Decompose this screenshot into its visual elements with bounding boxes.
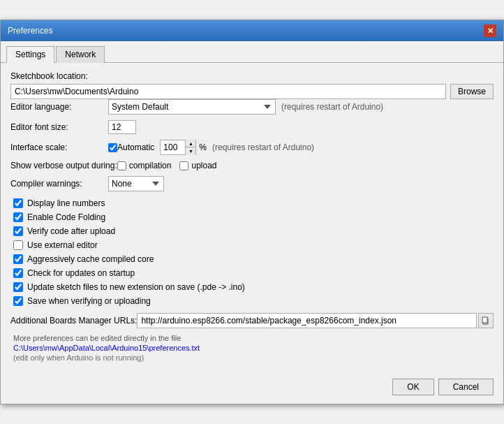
sketchbook-label: Sketchbook location:: [10, 71, 494, 81]
close-button[interactable]: ✕: [484, 24, 496, 37]
upload-label[interactable]: upload: [191, 161, 216, 170]
interface-scale-row: Interface scale: Automatic ▲ ▼ % (requir…: [10, 140, 494, 155]
tab-network[interactable]: Network: [56, 46, 105, 63]
enable-code-folding-checkbox[interactable]: [13, 212, 23, 222]
info-line-2: C:\Users\mw\AppData\Local\Arduino15\pref…: [10, 344, 494, 352]
external-editor-label[interactable]: Use external editor: [27, 240, 98, 250]
spinner-down-button[interactable]: ▼: [186, 147, 195, 155]
info-line-1: More preferences can be edited directly …: [10, 334, 494, 342]
editor-font-size-input[interactable]: [108, 120, 136, 134]
ok-button[interactable]: OK: [392, 379, 433, 395]
info-line-3: (edit only when Arduino is not running): [10, 353, 494, 362]
preferences-dialog: Preferences ✕ Settings Network Sketchboo…: [0, 20, 504, 404]
update-extension-label[interactable]: Update sketch files to new extension on …: [27, 282, 245, 292]
boards-manager-label: Additional Boards Manager URLs:: [10, 316, 137, 326]
compiler-warnings-row: Compiler warnings: None Default More All: [10, 176, 494, 191]
scale-spinner: ▲ ▼: [160, 140, 196, 155]
compiler-warnings-select[interactable]: None Default More All: [108, 176, 164, 191]
checkbox-external-editor: Use external editor: [10, 240, 494, 250]
editor-font-size-label: Editor font size:: [10, 122, 108, 132]
editor-font-size-row: Editor font size:: [10, 120, 494, 134]
checkbox-cache-core: Aggressively cache compiled core: [10, 254, 494, 264]
verbose-output-label: Show verbose output during:: [10, 161, 117, 170]
language-restart-note: (requires restart of Arduino): [281, 102, 383, 112]
compilation-checkbox[interactable]: [117, 161, 126, 170]
verbose-output-row: Show verbose output during: compilation …: [10, 161, 494, 170]
upload-checkbox[interactable]: [179, 161, 188, 170]
checkbox-update-extension: Update sketch files to new extension on …: [10, 282, 494, 292]
settings-content: Sketchbook location: Browse Editor langu…: [1, 63, 503, 372]
checkbox-check-updates: Check for updates on startup: [10, 268, 494, 278]
verify-code-checkbox[interactable]: [13, 226, 23, 236]
checkboxes-section: Display line numbers Enable Code Folding…: [10, 198, 494, 306]
boards-manager-row: Additional Boards Manager URLs:: [10, 313, 494, 328]
automatic-label[interactable]: Automatic: [117, 142, 154, 152]
scale-input[interactable]: [161, 140, 185, 154]
editor-language-row: Editor language: System Default English …: [10, 99, 494, 115]
editor-language-label: Editor language:: [10, 102, 108, 112]
cancel-button[interactable]: Cancel: [438, 379, 494, 395]
checkbox-verify-code: Verify code after upload: [10, 226, 494, 236]
scale-restart-note: (requires restart of Arduino): [212, 142, 314, 152]
automatic-checkbox[interactable]: [108, 143, 117, 152]
checkbox-display-line-numbers: Display line numbers: [10, 198, 494, 208]
sketchbook-row: Browse: [10, 84, 494, 99]
sketchbook-input[interactable]: [10, 84, 446, 99]
preferences-file-link[interactable]: C:\Users\mw\AppData\Local\Arduino15\pref…: [13, 344, 200, 352]
copy-icon: [482, 316, 490, 325]
compiler-warnings-label: Compiler warnings:: [10, 179, 108, 189]
boards-manager-input[interactable]: [137, 313, 477, 328]
dialog-title: Preferences: [8, 26, 53, 36]
svg-rect-1: [482, 317, 487, 323]
tab-settings[interactable]: Settings: [6, 46, 54, 63]
display-line-numbers-checkbox[interactable]: [13, 198, 23, 208]
save-verifying-checkbox[interactable]: [13, 296, 23, 306]
sketchbook-section: Sketchbook location: Browse: [10, 71, 494, 99]
boards-manager-icon-button[interactable]: [478, 313, 494, 328]
save-verifying-label[interactable]: Save when verifying or uploading: [27, 296, 151, 306]
interface-scale-label: Interface scale:: [10, 142, 108, 152]
cache-core-label[interactable]: Aggressively cache compiled core: [27, 254, 154, 264]
external-editor-checkbox[interactable]: [13, 240, 23, 250]
check-updates-checkbox[interactable]: [13, 268, 23, 278]
update-extension-checkbox[interactable]: [13, 282, 23, 292]
checkbox-enable-code-folding: Enable Code Folding: [10, 212, 494, 222]
cache-core-checkbox[interactable]: [13, 254, 23, 264]
editor-language-select[interactable]: System Default English: [108, 99, 276, 115]
checkbox-save-verifying: Save when verifying or uploading: [10, 296, 494, 306]
button-row: OK Cancel: [1, 372, 503, 404]
tabs-container: Settings Network: [1, 41, 503, 63]
check-updates-label[interactable]: Check for updates on startup: [27, 268, 135, 278]
browse-button[interactable]: Browse: [450, 84, 494, 99]
verify-code-label[interactable]: Verify code after upload: [27, 226, 115, 236]
spinner-up-button[interactable]: ▲: [186, 140, 195, 147]
title-bar: Preferences ✕: [1, 20, 503, 41]
enable-code-folding-label[interactable]: Enable Code Folding: [27, 212, 105, 222]
spinner-buttons: ▲ ▼: [185, 140, 195, 155]
percent-label: %: [199, 142, 207, 152]
display-line-numbers-label[interactable]: Display line numbers: [27, 198, 105, 208]
compilation-label[interactable]: compilation: [129, 161, 172, 170]
info-section: More preferences can be edited directly …: [10, 334, 494, 362]
